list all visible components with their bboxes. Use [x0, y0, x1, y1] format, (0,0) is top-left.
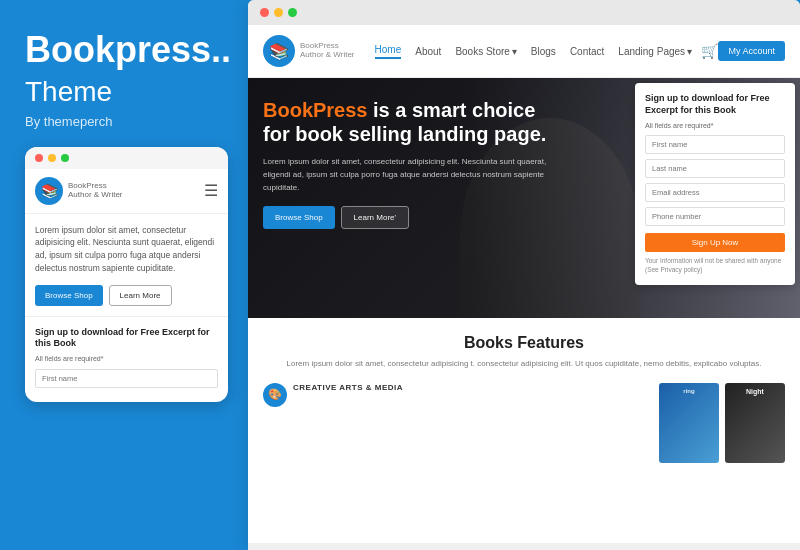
hero-buttons: Browse Shop Learn More' [263, 206, 553, 229]
desktop-logo-text: BookPress Author & Writer [300, 42, 355, 60]
nav-home[interactable]: Home [375, 44, 402, 59]
mobile-preview-card: 📚 BookPress Author & Writer ☰ Lorem ipsu… [25, 147, 228, 402]
book-thumb-2: Night [725, 383, 785, 463]
hero-brand-name: BookPress [263, 99, 368, 121]
signup-first-name[interactable] [645, 135, 785, 154]
signup-required-label: All fields are required* [645, 122, 785, 129]
signup-last-name[interactable] [645, 159, 785, 178]
mobile-chrome-bar [25, 147, 228, 169]
book-thumbnails: ring Night [659, 383, 785, 463]
nav-landing-pages[interactable]: Landing Pages ▾ [618, 46, 692, 57]
theme-subtitle: Theme [25, 76, 228, 108]
nav-blogs[interactable]: Blogs [531, 46, 556, 57]
cart-icon[interactable]: 🛒 [701, 43, 718, 59]
desktop-logo-icon: 📚 [263, 35, 295, 67]
feature-item-1: 🎨 CREATIVE ARTS & MEDIA [263, 383, 403, 407]
desktop-hero: BookPress is a smart choice for book sel… [248, 78, 800, 318]
desktop-nav: 📚 BookPress Author & Writer Home About B… [248, 25, 800, 78]
hero-title: BookPress is a smart choice for book sel… [263, 98, 553, 146]
desktop-dot-yellow [274, 8, 283, 17]
mobile-logo: 📚 BookPress Author & Writer [35, 177, 123, 205]
mobile-signup-required: All fields are required* [35, 355, 218, 362]
mobile-learn-button[interactable]: Learn More [109, 285, 172, 306]
nav-about[interactable]: About [415, 46, 441, 57]
mobile-buttons: Browse Shop Learn More [35, 285, 218, 306]
hero-learn-button[interactable]: Learn More' [341, 206, 409, 229]
signup-form: Sign up to download for Free Excerpt for… [635, 83, 795, 285]
desktop-chrome-bar [248, 0, 800, 25]
desktop-content: 📚 BookPress Author & Writer Home About B… [248, 25, 800, 543]
desktop-menu: Home About Books Store ▾ Blogs Contact L… [375, 44, 702, 59]
chevron-down-icon: ▾ [512, 46, 517, 57]
chevron-down-icon-2: ▾ [687, 46, 692, 57]
signup-email[interactable] [645, 183, 785, 202]
theme-title: Bookpress.. [25, 30, 228, 70]
features-row: 🎨 CREATIVE ARTS & MEDIA ring Night [263, 383, 785, 463]
left-panel: Bookpress.. Theme By themeperch 📚 BookPr… [0, 0, 248, 550]
signup-form-title: Sign up to download for Free Excerpt for… [645, 93, 785, 116]
hamburger-icon[interactable]: ☰ [204, 181, 218, 200]
signup-privacy-text: Your Information will not be shared with… [645, 256, 785, 274]
right-panel: 📚 BookPress Author & Writer Home About B… [248, 0, 800, 550]
desktop-logo: 📚 BookPress Author & Writer [263, 35, 355, 67]
hero-browse-button[interactable]: Browse Shop [263, 206, 335, 229]
hero-description: Lorem ipsum dolor sit amet, consectetur … [263, 156, 553, 194]
dot-green [61, 154, 69, 162]
desktop-dot-red [260, 8, 269, 17]
mobile-browse-button[interactable]: Browse Shop [35, 285, 103, 306]
mobile-logo-icon: 📚 [35, 177, 63, 205]
book-thumb-1: ring [659, 383, 719, 463]
features-section: Books Features Lorem ipsum dolor sit ame… [248, 318, 800, 473]
mobile-body: Lorem ipsum dolor sit amet, consectetur … [25, 214, 228, 316]
dot-red [35, 154, 43, 162]
features-description: Lorem ipsum dolor sit amet, consectetur … [263, 358, 785, 371]
feature-icon-1: 🎨 [263, 383, 287, 407]
mobile-first-name-input[interactable] [35, 369, 218, 388]
my-account-button[interactable]: My Account [718, 41, 785, 61]
theme-author: By themeperch [25, 114, 228, 129]
nav-books-store[interactable]: Books Store ▾ [455, 46, 516, 57]
features-title: Books Features [263, 334, 785, 352]
mobile-signup-section: Sign up to download for Free Excerpt for… [25, 316, 228, 402]
desktop-dot-green [288, 8, 297, 17]
mobile-signup-title: Sign up to download for Free Excerpt for… [35, 327, 218, 350]
hero-text-area: BookPress is a smart choice for book sel… [263, 98, 553, 229]
signup-phone[interactable] [645, 207, 785, 226]
signup-button[interactable]: Sign Up Now [645, 233, 785, 252]
feature-label-1: CREATIVE ARTS & MEDIA [293, 383, 403, 392]
mobile-body-text: Lorem ipsum dolor sit amet, consectetur … [35, 224, 218, 275]
nav-contact[interactable]: Contact [570, 46, 604, 57]
mobile-nav: 📚 BookPress Author & Writer ☰ [25, 169, 228, 214]
mobile-logo-text: BookPress Author & Writer [68, 182, 123, 200]
dot-yellow [48, 154, 56, 162]
